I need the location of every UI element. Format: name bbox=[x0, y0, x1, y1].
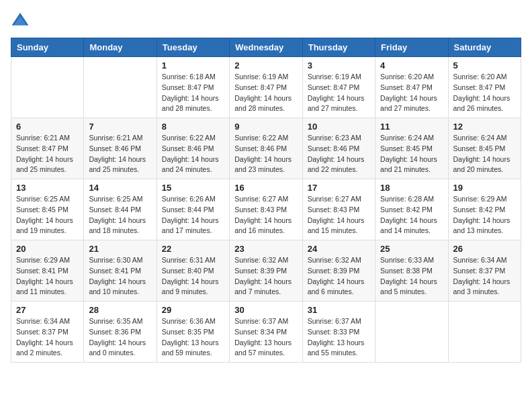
day-info: Sunrise: 6:34 AMSunset: 8:37 PMDaylight:… bbox=[16, 316, 79, 359]
day-number: 11 bbox=[380, 122, 443, 132]
calendar-cell: 22Sunrise: 6:31 AMSunset: 8:40 PMDayligh… bbox=[157, 240, 229, 302]
calendar-cell: 9Sunrise: 6:22 AMSunset: 8:46 PMDaylight… bbox=[230, 118, 302, 179]
calendar-cell: 4Sunrise: 6:20 AMSunset: 8:47 PMDaylight… bbox=[375, 57, 448, 118]
day-number: 4 bbox=[380, 60, 443, 71]
calendar-cell: 25Sunrise: 6:33 AMSunset: 8:38 PMDayligh… bbox=[375, 240, 448, 302]
calendar-cell: 24Sunrise: 6:32 AMSunset: 8:39 PMDayligh… bbox=[302, 240, 375, 302]
calendar-cell: 6Sunrise: 6:21 AMSunset: 8:47 PMDaylight… bbox=[11, 118, 84, 179]
calendar-cell: 30Sunrise: 6:37 AMSunset: 8:34 PMDayligh… bbox=[230, 302, 302, 363]
day-number: 10 bbox=[308, 122, 370, 132]
calendar-cell: 3Sunrise: 6:19 AMSunset: 8:47 PMDaylight… bbox=[302, 57, 375, 118]
calendar-cell bbox=[84, 57, 157, 118]
day-info: Sunrise: 6:18 AMSunset: 8:47 PMDaylight:… bbox=[162, 72, 224, 114]
day-info: Sunrise: 6:20 AMSunset: 8:47 PMDaylight:… bbox=[380, 72, 443, 114]
day-info: Sunrise: 6:23 AMSunset: 8:46 PMDaylight:… bbox=[308, 133, 370, 175]
page-header bbox=[11, 11, 521, 30]
day-info: Sunrise: 6:27 AMSunset: 8:43 PMDaylight:… bbox=[308, 194, 370, 236]
day-info: Sunrise: 6:31 AMSunset: 8:40 PMDaylight:… bbox=[162, 255, 224, 298]
day-number: 16 bbox=[234, 183, 297, 193]
day-info: Sunrise: 6:37 AMSunset: 8:33 PMDaylight:… bbox=[308, 316, 370, 359]
calendar-cell: 18Sunrise: 6:28 AMSunset: 8:42 PMDayligh… bbox=[375, 179, 448, 240]
calendar-header-row: SundayMondayTuesdayWednesdayThursdayFrid… bbox=[11, 38, 521, 57]
day-info: Sunrise: 6:26 AMSunset: 8:44 PMDaylight:… bbox=[162, 194, 224, 236]
day-number: 9 bbox=[234, 122, 297, 132]
calendar-cell: 10Sunrise: 6:23 AMSunset: 8:46 PMDayligh… bbox=[302, 118, 375, 179]
day-number: 25 bbox=[380, 244, 443, 254]
day-number: 1 bbox=[162, 60, 224, 71]
day-info: Sunrise: 6:32 AMSunset: 8:39 PMDaylight:… bbox=[234, 255, 297, 298]
day-number: 31 bbox=[308, 305, 370, 315]
day-info: Sunrise: 6:24 AMSunset: 8:45 PMDaylight:… bbox=[453, 133, 516, 175]
day-info: Sunrise: 6:35 AMSunset: 8:36 PMDaylight:… bbox=[89, 316, 151, 359]
calendar-cell: 8Sunrise: 6:22 AMSunset: 8:46 PMDaylight… bbox=[157, 118, 229, 179]
day-number: 17 bbox=[308, 183, 370, 193]
day-of-week-header: Monday bbox=[84, 38, 157, 57]
day-of-week-header: Thursday bbox=[302, 38, 375, 57]
day-of-week-header: Sunday bbox=[11, 38, 84, 57]
day-info: Sunrise: 6:22 AMSunset: 8:46 PMDaylight:… bbox=[162, 133, 224, 175]
day-info: Sunrise: 6:37 AMSunset: 8:34 PMDaylight:… bbox=[234, 316, 297, 359]
day-number: 26 bbox=[453, 244, 516, 254]
day-number: 8 bbox=[162, 122, 224, 132]
calendar: SundayMondayTuesdayWednesdayThursdayFrid… bbox=[11, 38, 521, 363]
day-info: Sunrise: 6:20 AMSunset: 8:47 PMDaylight:… bbox=[453, 72, 516, 114]
calendar-cell: 11Sunrise: 6:24 AMSunset: 8:45 PMDayligh… bbox=[375, 118, 448, 179]
calendar-cell: 26Sunrise: 6:34 AMSunset: 8:37 PMDayligh… bbox=[448, 240, 521, 302]
logo-icon bbox=[11, 11, 30, 30]
calendar-week-row: 27Sunrise: 6:34 AMSunset: 8:37 PMDayligh… bbox=[11, 302, 521, 363]
calendar-cell: 2Sunrise: 6:19 AMSunset: 8:47 PMDaylight… bbox=[230, 57, 302, 118]
calendar-cell: 13Sunrise: 6:25 AMSunset: 8:45 PMDayligh… bbox=[11, 179, 84, 240]
calendar-cell: 12Sunrise: 6:24 AMSunset: 8:45 PMDayligh… bbox=[448, 118, 521, 179]
day-info: Sunrise: 6:19 AMSunset: 8:47 PMDaylight:… bbox=[234, 72, 297, 114]
day-info: Sunrise: 6:36 AMSunset: 8:35 PMDaylight:… bbox=[162, 316, 224, 359]
day-of-week-header: Friday bbox=[375, 38, 448, 57]
calendar-cell bbox=[375, 302, 448, 363]
day-info: Sunrise: 6:24 AMSunset: 8:45 PMDaylight:… bbox=[380, 133, 443, 175]
day-number: 18 bbox=[380, 183, 443, 193]
day-number: 6 bbox=[16, 122, 79, 132]
logo bbox=[11, 11, 32, 30]
day-info: Sunrise: 6:27 AMSunset: 8:43 PMDaylight:… bbox=[234, 194, 297, 236]
calendar-week-row: 20Sunrise: 6:29 AMSunset: 8:41 PMDayligh… bbox=[11, 240, 521, 302]
calendar-cell: 7Sunrise: 6:21 AMSunset: 8:46 PMDaylight… bbox=[84, 118, 157, 179]
calendar-cell: 28Sunrise: 6:35 AMSunset: 8:36 PMDayligh… bbox=[84, 302, 157, 363]
day-info: Sunrise: 6:22 AMSunset: 8:46 PMDaylight:… bbox=[234, 133, 297, 175]
calendar-cell: 14Sunrise: 6:25 AMSunset: 8:44 PMDayligh… bbox=[84, 179, 157, 240]
calendar-week-row: 1Sunrise: 6:18 AMSunset: 8:47 PMDaylight… bbox=[11, 57, 521, 118]
calendar-cell: 15Sunrise: 6:26 AMSunset: 8:44 PMDayligh… bbox=[157, 179, 229, 240]
calendar-cell: 20Sunrise: 6:29 AMSunset: 8:41 PMDayligh… bbox=[11, 240, 84, 302]
day-number: 12 bbox=[453, 122, 516, 132]
day-number: 5 bbox=[453, 60, 516, 71]
day-number: 7 bbox=[89, 122, 151, 132]
day-number: 27 bbox=[16, 305, 79, 315]
calendar-cell bbox=[11, 57, 84, 118]
day-number: 23 bbox=[234, 244, 297, 254]
day-info: Sunrise: 6:25 AMSunset: 8:45 PMDaylight:… bbox=[16, 194, 79, 236]
day-info: Sunrise: 6:28 AMSunset: 8:42 PMDaylight:… bbox=[380, 194, 443, 236]
calendar-cell: 16Sunrise: 6:27 AMSunset: 8:43 PMDayligh… bbox=[230, 179, 302, 240]
day-info: Sunrise: 6:29 AMSunset: 8:41 PMDaylight:… bbox=[16, 255, 79, 298]
calendar-week-row: 13Sunrise: 6:25 AMSunset: 8:45 PMDayligh… bbox=[11, 179, 521, 240]
calendar-cell: 27Sunrise: 6:34 AMSunset: 8:37 PMDayligh… bbox=[11, 302, 84, 363]
day-number: 28 bbox=[89, 305, 151, 315]
day-number: 24 bbox=[308, 244, 370, 254]
day-number: 2 bbox=[234, 60, 297, 71]
day-info: Sunrise: 6:34 AMSunset: 8:37 PMDaylight:… bbox=[453, 255, 516, 298]
day-info: Sunrise: 6:25 AMSunset: 8:44 PMDaylight:… bbox=[89, 194, 151, 236]
calendar-cell bbox=[448, 302, 521, 363]
day-info: Sunrise: 6:19 AMSunset: 8:47 PMDaylight:… bbox=[308, 72, 370, 114]
day-number: 22 bbox=[162, 244, 224, 254]
day-number: 29 bbox=[162, 305, 224, 315]
calendar-cell: 31Sunrise: 6:37 AMSunset: 8:33 PMDayligh… bbox=[302, 302, 375, 363]
day-number: 13 bbox=[16, 183, 79, 193]
calendar-week-row: 6Sunrise: 6:21 AMSunset: 8:47 PMDaylight… bbox=[11, 118, 521, 179]
day-number: 15 bbox=[162, 183, 224, 193]
day-number: 3 bbox=[308, 60, 370, 71]
day-of-week-header: Saturday bbox=[448, 38, 521, 57]
day-info: Sunrise: 6:21 AMSunset: 8:46 PMDaylight:… bbox=[89, 133, 151, 175]
day-info: Sunrise: 6:21 AMSunset: 8:47 PMDaylight:… bbox=[16, 133, 79, 175]
calendar-cell: 17Sunrise: 6:27 AMSunset: 8:43 PMDayligh… bbox=[302, 179, 375, 240]
day-info: Sunrise: 6:30 AMSunset: 8:41 PMDaylight:… bbox=[89, 255, 151, 298]
day-number: 21 bbox=[89, 244, 151, 254]
day-info: Sunrise: 6:29 AMSunset: 8:42 PMDaylight:… bbox=[453, 194, 516, 236]
